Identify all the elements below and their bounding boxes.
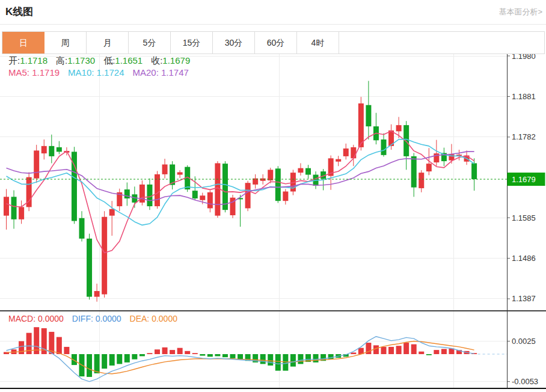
candle-down <box>403 125 409 156</box>
candle-up <box>200 195 205 200</box>
macd-bar-negative <box>132 354 137 360</box>
macd-bar-positive <box>373 345 379 354</box>
candle-down <box>79 218 85 239</box>
macd-bar-positive <box>441 349 447 354</box>
macd-bar-negative <box>117 354 122 364</box>
macd-bar-negative <box>109 354 115 366</box>
candle-up <box>426 164 432 171</box>
candle-down <box>305 168 311 175</box>
ma-legend: MA5: 1.1719MA10: 1.1724MA20: 1.1747 <box>8 67 197 78</box>
tab-bar-filler <box>339 32 544 54</box>
tab-4时[interactable]: 4时 <box>297 32 339 54</box>
candle-up <box>260 179 266 181</box>
candle-down <box>57 147 62 152</box>
candle-up <box>102 217 107 295</box>
macd-bar-positive <box>19 341 24 354</box>
macd-bar-negative <box>87 354 92 377</box>
macd-bar-positive <box>388 347 394 354</box>
price-tick-label: 1.1387 <box>512 294 536 303</box>
candle-up <box>215 163 220 215</box>
macd-bar-negative <box>222 354 228 357</box>
ohlc-legend-low: 低:1.1651 <box>103 55 143 66</box>
ma-legend-ma20: MA20: 1.1747 <box>132 67 188 78</box>
tab-30分[interactable]: 30分 <box>213 32 255 54</box>
macd-bar-positive <box>411 345 417 354</box>
macd-bar-positive <box>147 353 152 354</box>
candle-up <box>358 103 364 147</box>
candle-up <box>298 168 303 173</box>
macd-bar-negative <box>426 354 432 355</box>
macd-bar-positive <box>381 347 387 354</box>
ohlc-legend-close: 收:1.1679 <box>151 55 190 66</box>
candle-down <box>147 185 152 206</box>
candle-up <box>419 173 424 188</box>
macd-bar-positive <box>434 350 439 354</box>
price-tick-label: 1.1585 <box>512 213 536 222</box>
candle-up <box>109 209 115 216</box>
macd-bar-negative <box>207 354 213 357</box>
macd-bar-positive <box>170 350 175 354</box>
ohlc-legend: 开:1.1718高:1.1730低:1.1651收:1.1679 <box>8 55 198 67</box>
tab-15分[interactable]: 15分 <box>171 32 213 54</box>
candle-up <box>162 165 168 174</box>
tab-日[interactable]: 日 <box>2 32 44 54</box>
macd-tick-label: -0.0053 <box>512 377 538 386</box>
candle-down <box>381 139 387 155</box>
macd-bar-negative <box>238 354 243 360</box>
candle-down <box>366 105 371 126</box>
price-tick-label: 1.1881 <box>512 92 536 101</box>
kline-page: K线图 基本面分析> 日周月5分15分30分60分4时 1.19801.1881… <box>0 0 546 392</box>
macd-bar-negative <box>102 354 107 369</box>
current-price-badge-label: 1.1679 <box>512 175 536 184</box>
panel-divider <box>0 310 546 311</box>
candle-down <box>222 164 228 210</box>
macd-bar-positive <box>177 348 183 354</box>
macd-bar-negative <box>200 354 205 356</box>
candle-up <box>207 192 213 209</box>
macd-bar-negative <box>313 354 319 363</box>
candle-down <box>11 197 17 219</box>
tab-月[interactable]: 月 <box>87 32 129 54</box>
macd-legend-macd: MACD: 0.0000 <box>8 314 64 323</box>
macd-bar-positive <box>192 353 198 354</box>
macd-bar-positive <box>64 347 69 354</box>
macd-bar-negative <box>124 354 130 363</box>
macd-bar-negative <box>298 354 303 364</box>
macd-bar-negative <box>230 354 236 358</box>
candle-up <box>268 170 273 180</box>
ma-legend-ma5: MA5: 1.1719 <box>8 67 60 78</box>
macd-tick-label: 0.0025 <box>512 337 536 346</box>
candle-down <box>49 146 54 156</box>
macd-bar-positive <box>57 337 62 354</box>
candle-down <box>87 239 92 297</box>
candle-up <box>4 197 9 215</box>
candle-up <box>140 185 145 203</box>
candle-up <box>343 149 349 156</box>
candle-up <box>351 147 356 158</box>
macd-bar-positive <box>396 346 402 354</box>
ohlc-legend-open: 开:1.1718 <box>8 55 48 66</box>
macd-legend-dea: DEA: 0.0000 <box>130 314 177 323</box>
tab-60分[interactable]: 60分 <box>255 32 297 54</box>
candle-up <box>34 150 39 178</box>
tab-5分[interactable]: 5分 <box>129 32 171 54</box>
ma-legend-ma10: MA10: 1.1724 <box>68 67 124 78</box>
candle-down <box>471 163 477 179</box>
bottom-axis-line <box>0 388 546 389</box>
candle-up <box>177 172 183 174</box>
macd-legend-diff: DIFF: 0.0000 <box>72 314 121 323</box>
tab-周[interactable]: 周 <box>44 32 87 54</box>
candle-up <box>94 291 100 297</box>
macd-bar-positive <box>155 349 160 354</box>
macd-bar-negative <box>290 354 296 367</box>
candle-down <box>275 168 281 201</box>
candle-up <box>396 125 402 131</box>
candle-down <box>192 191 198 198</box>
macd-bar-negative <box>328 354 334 360</box>
candle-down <box>411 156 417 188</box>
macd-bar-positive <box>403 343 409 354</box>
macd-bar-negative <box>260 354 266 364</box>
candle-up <box>41 146 47 153</box>
candle-up <box>283 192 288 201</box>
macd-legend: MACD: 0.0000DIFF: 0.0000DEA: 0.0000 <box>8 314 186 323</box>
